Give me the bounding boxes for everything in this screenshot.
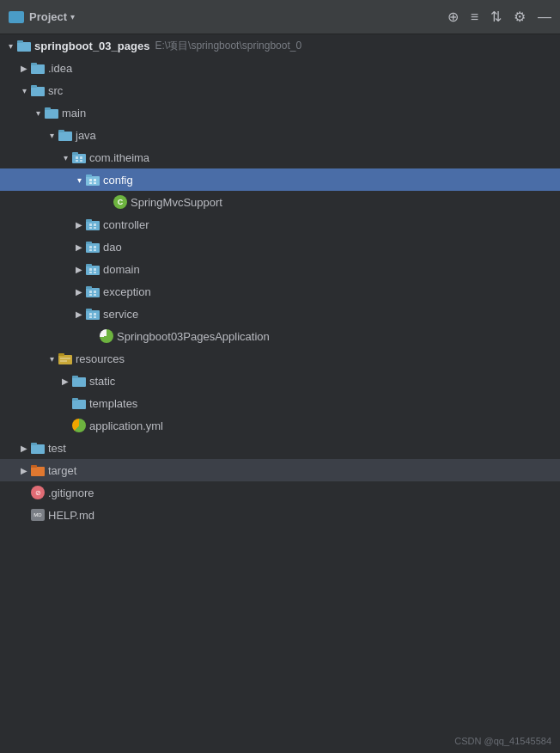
toolbar-dropdown-arrow[interactable]: ▾: [70, 12, 75, 21]
add-icon[interactable]: ⊕: [447, 9, 459, 25]
list-item[interactable]: ▶ service: [0, 303, 560, 325]
svg-rect-50: [89, 316, 92, 318]
svg-rect-63: [31, 465, 37, 468]
domain-folder-icon: [86, 262, 100, 276]
list-item[interactable]: ▶ domain: [0, 258, 560, 280]
svg-rect-36: [89, 268, 92, 271]
list-item[interactable]: Springboot03PagesApplication: [0, 325, 560, 347]
com-folder-icon: [72, 150, 86, 164]
svg-rect-29: [86, 242, 92, 244]
list-item[interactable]: templates: [0, 392, 560, 414]
svg-rect-61: [31, 443, 37, 445]
svg-rect-30: [89, 246, 92, 248]
exception-label: exception: [103, 285, 151, 298]
list-item[interactable]: ▾ config: [0, 168, 560, 191]
svg-rect-25: [94, 223, 96, 226]
svg-rect-19: [94, 179, 96, 181]
list-item[interactable]: ▶ test: [0, 437, 560, 459]
src-folder-icon: [31, 83, 45, 97]
static-chevron: ▶: [58, 374, 72, 388]
controller-folder-icon: [86, 217, 100, 231]
list-item[interactable]: ▾ resources: [0, 347, 560, 370]
svg-rect-4: [31, 87, 45, 96]
list-item[interactable]: ▶ controller: [0, 213, 560, 236]
dao-label: dao: [103, 241, 122, 254]
svg-rect-12: [76, 156, 78, 159]
svg-rect-53: [58, 353, 64, 356]
tree-panel: ▾ springboot_03_pages E:\项目\springboot\s…: [0, 34, 560, 753]
root-folder-icon: [17, 39, 31, 52]
test-chevron: ▶: [17, 441, 31, 455]
svg-rect-5: [31, 85, 37, 88]
static-folder-icon: [72, 374, 86, 388]
svg-rect-13: [80, 156, 82, 159]
list-item[interactable]: ▶ exception: [0, 280, 560, 303]
align-icon[interactable]: ≡: [471, 9, 478, 25]
list-item[interactable]: ▶ target: [0, 459, 560, 481]
settings-icon[interactable]: ⚙: [514, 9, 526, 25]
static-label: static: [89, 375, 115, 388]
config-chevron: ▾: [72, 173, 86, 187]
gitignore-icon: ⊘: [31, 486, 45, 499]
svg-rect-14: [76, 160, 78, 162]
list-item[interactable]: ▾ main: [0, 101, 560, 124]
collapse-icon[interactable]: ⇅: [490, 9, 502, 25]
svg-rect-62: [31, 467, 45, 476]
list-item[interactable]: ▾ src: [0, 79, 560, 101]
springboot-app-label: Springboot03PagesApplication: [117, 330, 270, 343]
svg-rect-10: [72, 154, 86, 163]
list-item[interactable]: ▾ java: [0, 124, 560, 146]
list-item[interactable]: application.yml: [0, 414, 560, 437]
svg-rect-37: [94, 268, 96, 271]
service-chevron: ▶: [72, 307, 86, 321]
java-label: java: [76, 129, 96, 142]
com-label: com.itheima: [89, 151, 149, 164]
svg-rect-42: [89, 291, 92, 293]
list-item[interactable]: ▶ .idea: [0, 57, 560, 79]
svg-rect-46: [86, 310, 100, 320]
svg-rect-1: [17, 40, 23, 43]
svg-rect-23: [86, 219, 92, 222]
svg-rect-20: [89, 182, 92, 184]
svg-rect-22: [86, 221, 100, 230]
svg-rect-16: [86, 176, 100, 186]
test-folder-icon: [31, 441, 45, 455]
minimize-icon[interactable]: —: [538, 9, 551, 25]
svg-rect-35: [86, 264, 92, 266]
controller-label: controller: [103, 218, 149, 231]
spring-class-icon: C: [113, 195, 127, 209]
svg-rect-60: [31, 444, 45, 454]
java-folder-icon: [58, 128, 72, 142]
dao-folder-icon: [86, 240, 100, 254]
list-item[interactable]: ▶ dao: [0, 236, 560, 258]
svg-rect-26: [89, 227, 92, 229]
svg-rect-44: [89, 294, 92, 296]
java-chevron: ▾: [45, 128, 58, 142]
templates-folder-icon: [72, 396, 86, 410]
tree-root[interactable]: ▾ springboot_03_pages E:\项目\springboot\s…: [0, 34, 560, 57]
list-item[interactable]: ⊘ .gitignore: [0, 481, 560, 504]
dao-chevron: ▶: [72, 240, 86, 254]
list-item[interactable]: ▾ com.itheima: [0, 146, 560, 168]
svg-rect-7: [45, 107, 51, 110]
svg-rect-32: [89, 249, 92, 251]
src-label: src: [48, 84, 63, 97]
svg-rect-38: [89, 272, 92, 273]
md-icon: MD: [31, 509, 45, 521]
resources-folder-icon: [58, 352, 72, 365]
idea-folder-icon: [31, 61, 45, 75]
root-label: springboot_03_pages: [34, 40, 149, 52]
domain-label: domain: [103, 263, 140, 276]
svg-rect-34: [86, 266, 100, 275]
list-item[interactable]: ▶ static: [0, 370, 560, 392]
toolbar-title: Project: [29, 10, 67, 23]
svg-rect-17: [86, 174, 92, 177]
list-item[interactable]: MD HELP.md: [0, 504, 560, 526]
exception-chevron: ▶: [72, 285, 86, 298]
svg-rect-24: [89, 223, 92, 226]
svg-rect-57: [72, 376, 78, 378]
main-folder-icon: [45, 106, 58, 119]
list-item[interactable]: C SpringMvcSupport: [0, 191, 560, 213]
service-folder-icon: [86, 307, 100, 321]
svg-rect-31: [94, 246, 96, 248]
